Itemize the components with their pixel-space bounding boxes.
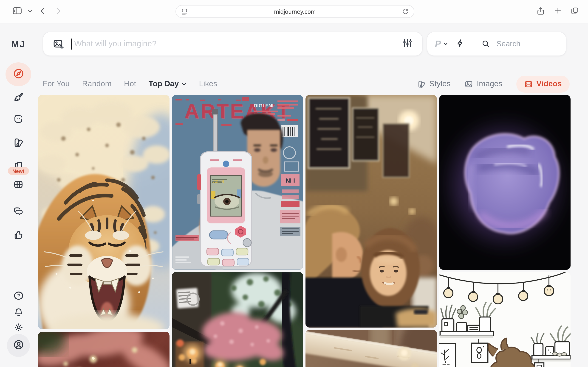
chevron-down-icon	[182, 81, 187, 86]
view-videos-button[interactable]: Videos	[516, 75, 570, 92]
paintbrush-icon	[13, 91, 24, 103]
svg-text:A0.98: A0.98	[213, 179, 224, 184]
tab-for-you[interactable]: For You	[43, 79, 69, 89]
sidebar-item-archive[interactable]	[8, 175, 28, 195]
imagine-input[interactable]	[73, 39, 402, 49]
midjourney-window: midjourney.com MJ New	[0, 0, 588, 367]
mj-logo: MJ	[0, 39, 37, 50]
sidebar-item-edit[interactable]	[8, 109, 28, 129]
neon-heart-artwork	[439, 95, 571, 270]
gallery-tile-tiger[interactable]	[38, 95, 170, 329]
plus-icon	[553, 6, 562, 17]
gallery-tile-bar-friends[interactable]	[305, 95, 437, 327]
swatches-icon	[417, 80, 426, 88]
profile-letter: P	[435, 39, 441, 49]
reload-icon[interactable]	[401, 8, 409, 15]
bell-icon	[13, 307, 24, 319]
midjourney-page: MJ New! ?	[0, 23, 588, 367]
forward-icon	[54, 6, 63, 17]
lightning-icon	[455, 38, 465, 49]
sidebar-toggle-icon	[12, 6, 22, 17]
chevron-down-icon	[443, 42, 448, 46]
tabs-overview-icon	[570, 6, 579, 17]
back-icon	[38, 6, 47, 17]
quick-bar: P	[427, 32, 566, 56]
reader-view-icon[interactable]	[181, 7, 188, 16]
style-swatches-icon	[13, 137, 24, 149]
sliders-icon	[402, 38, 413, 50]
new-badge: New!	[8, 167, 29, 175]
shelf-illustration-artwork	[439, 272, 571, 367]
gallery-tile-red-bokeh[interactable]	[38, 332, 170, 367]
gallery-tile-shelf-illustration[interactable]	[439, 272, 571, 367]
sidebar-item-explore[interactable]	[8, 64, 28, 84]
profile-dropdown[interactable]: P	[427, 39, 448, 49]
imagine-settings-button[interactable]	[402, 38, 413, 50]
question-circle-icon: ?	[13, 290, 24, 302]
view-styles-button[interactable]: Styles	[417, 79, 451, 89]
view-images-button[interactable]: Images	[464, 79, 502, 89]
new-tab-button[interactable]	[550, 4, 565, 19]
feed-tabs: For You Random Hot Top Day Likes	[43, 79, 217, 89]
person-circle-icon	[13, 339, 24, 352]
bar-friends-artwork	[305, 95, 437, 327]
blurred-counter-artwork	[305, 330, 437, 367]
dashed-selection-icon	[13, 113, 24, 125]
compass-icon	[13, 68, 24, 81]
tiger-artwork	[38, 95, 170, 329]
image-icon	[464, 80, 473, 88]
search-input[interactable]	[495, 39, 560, 49]
tab-top-day[interactable]: Top Day	[149, 79, 187, 89]
sidebar-item-account[interactable]	[8, 335, 28, 356]
gallery-tile-blurred-counter[interactable]	[305, 330, 437, 367]
gallery-tile-neon-heart[interactable]	[439, 95, 571, 270]
gallery-tile-evening-street[interactable]	[172, 272, 303, 367]
address-bar[interactable]: midjourney.com	[175, 5, 414, 18]
url-text: midjourney.com	[188, 8, 401, 15]
view-switcher: Styles Images Videos	[417, 75, 570, 92]
sidebar-item-create[interactable]	[8, 87, 28, 107]
red-bokeh-artwork	[38, 332, 170, 367]
search-field[interactable]	[473, 39, 566, 49]
image-add-icon[interactable]	[52, 38, 64, 50]
share-button[interactable]	[533, 4, 548, 19]
cover-tag: DIGI FNL	[254, 103, 275, 108]
gallery-tile-magazine-cover[interactable]: ARTEAKT ARTEAKT DIGI FNL	[172, 95, 303, 270]
toolbar-chevron-button[interactable]	[25, 4, 35, 19]
cover-label: NI I	[286, 177, 295, 184]
sidebar-item-chat[interactable]	[8, 201, 28, 222]
imagine-bar	[43, 32, 423, 56]
tabs-overview-button[interactable]	[567, 4, 582, 19]
back-button[interactable]	[35, 4, 51, 19]
evening-street-artwork	[172, 272, 303, 367]
forward-button[interactable]	[51, 4, 66, 19]
browser-toolbar: midjourney.com	[0, 0, 588, 23]
sidebar-item-personalize[interactable]	[8, 133, 28, 153]
share-icon	[536, 6, 545, 17]
filter-row: For You Random Hot Top Day Likes Styles …	[43, 74, 570, 94]
sidebar-item-rate[interactable]	[8, 225, 28, 245]
sun-icon	[13, 322, 24, 334]
search-icon	[481, 40, 490, 48]
toolbar-separator	[24, 7, 24, 16]
sidebar-toggle-button[interactable]	[9, 4, 25, 19]
turbo-button[interactable]	[455, 38, 465, 49]
tab-likes[interactable]: Likes	[199, 79, 217, 89]
text-caret	[71, 38, 72, 49]
chat-bubbles-icon	[13, 205, 24, 218]
svg-text:?: ?	[17, 293, 20, 298]
film-icon	[524, 80, 533, 88]
tab-random[interactable]: Random	[82, 79, 112, 89]
chevron-down-icon	[27, 8, 32, 15]
tab-hot[interactable]: Hot	[124, 79, 136, 89]
grid-icon	[13, 179, 24, 191]
thumbs-up-icon	[13, 229, 24, 242]
magazine-cover-artwork: ARTEAKT ARTEAKT DIGI FNL	[172, 95, 303, 270]
